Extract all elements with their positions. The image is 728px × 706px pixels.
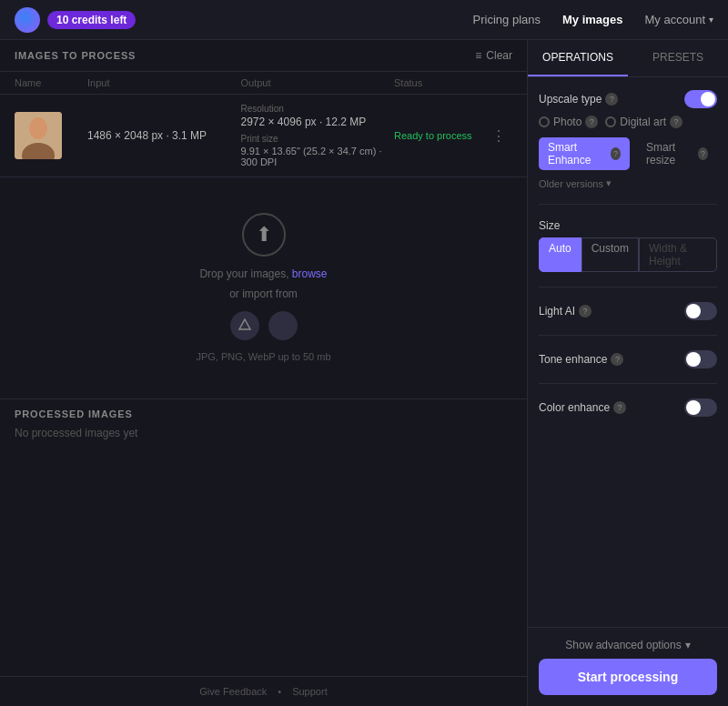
svg-marker-4 <box>279 320 287 326</box>
size-options: Auto Custom Width & Height <box>539 237 717 272</box>
smart-enhance-button[interactable]: Smart Enhance ? <box>539 137 630 170</box>
clear-button[interactable]: ≡ Clear <box>475 49 512 62</box>
dropbox-icon[interactable] <box>268 311 298 340</box>
left-panel: IMAGES TO PROCESS ≡ Clear Name Input Out… <box>0 40 528 706</box>
google-drive-icon[interactable] <box>230 311 259 340</box>
type-photo-label: Photo <box>553 116 581 128</box>
type-digital-art[interactable]: Digital art ? <box>605 116 682 128</box>
pricing-plans-link[interactable]: Pricing plans <box>473 13 541 26</box>
tone-enhance-label: Tone enhance ? <box>539 353 623 366</box>
divider-1 <box>539 204 717 205</box>
app-logo <box>15 7 40 33</box>
color-enhance-info-icon[interactable]: ? <box>613 401 626 414</box>
file-hint: JPG, PNG, WebP up to 50 mb <box>196 351 330 362</box>
right-panel: OPERATIONS PRESETS Upscale type ? Photo <box>528 40 728 706</box>
older-versions-button[interactable]: Older versions ▾ <box>539 177 717 189</box>
smart-resize-info-icon[interactable]: ? <box>698 147 708 160</box>
size-label: Size <box>539 219 717 232</box>
table-header: Name Input Output Status <box>0 72 527 95</box>
col-output: Output <box>241 77 395 88</box>
light-ai-toggle[interactable] <box>684 302 717 320</box>
col-name: Name <box>15 77 87 88</box>
footer-links: Give Feedback • Support <box>0 676 527 706</box>
clear-icon: ≡ <box>475 49 481 62</box>
tone-enhance-info-icon[interactable]: ? <box>611 353 623 366</box>
divider-4 <box>539 383 717 384</box>
bottom-actions: Show advanced options ▾ Start processing <box>528 627 728 706</box>
light-ai-row: Light AI ? <box>539 302 717 320</box>
older-versions-chevron: ▾ <box>606 177 612 189</box>
operations-content: Upscale type ? Photo ? Digital art ? <box>528 77 728 627</box>
svg-marker-3 <box>239 319 250 329</box>
import-text: or import from <box>229 287 298 300</box>
upscale-toggle[interactable] <box>684 90 717 108</box>
divider-2 <box>539 287 717 287</box>
credits-badge[interactable]: 10 credits left <box>47 11 136 29</box>
start-processing-button[interactable]: Start processing <box>539 659 717 695</box>
tone-enhance-toggle[interactable] <box>684 350 717 368</box>
more-options-button[interactable]: ⋮ <box>485 127 512 145</box>
light-ai-info-icon[interactable]: ? <box>579 305 592 318</box>
light-ai-label: Light AI ? <box>539 305 592 318</box>
upscale-type-section: Upscale type ? Photo ? Digital art ? <box>539 90 717 189</box>
upload-icon: ⬆ <box>242 213 286 257</box>
tab-presets[interactable]: PRESETS <box>628 40 728 76</box>
size-section: Size Auto Custom Width & Height <box>539 219 717 272</box>
svg-point-1 <box>29 117 47 139</box>
processed-section: PROCESSED IMAGES No processed images yet <box>0 398 527 456</box>
divider-3 <box>539 335 717 336</box>
advanced-options-button[interactable]: Show advanced options ▾ <box>539 639 717 651</box>
import-icons <box>230 311 298 340</box>
my-images-link[interactable]: My images <box>562 13 622 26</box>
type-photo[interactable]: Photo ? <box>539 116 598 128</box>
processed-section-title: PROCESSED IMAGES <box>15 408 512 419</box>
type-options: Photo ? Digital art ? <box>539 116 717 128</box>
input-info: 1486 × 2048 px · 3.1 MP <box>87 129 241 142</box>
col-input: Input <box>87 77 241 88</box>
support-link[interactable]: Support <box>292 686 328 697</box>
image-thumbnail[interactable] <box>15 112 62 159</box>
size-dimensions-button[interactable]: Width & Height <box>639 237 717 272</box>
feedback-link[interactable]: Give Feedback <box>199 686 267 697</box>
col-status: Status <box>394 77 485 88</box>
digital-art-info-icon[interactable]: ? <box>670 116 682 128</box>
advanced-chevron-icon: ▾ <box>685 639 691 651</box>
table-row: 1486 × 2048 px · 3.1 MP Resolution 2972 … <box>0 95 527 177</box>
size-auto-button[interactable]: Auto <box>539 237 581 272</box>
footer-separator: • <box>278 686 281 697</box>
images-section-title: IMAGES TO PROCESS <box>15 50 136 61</box>
color-enhance-label: Color enhance ? <box>539 401 626 414</box>
color-enhance-row: Color enhance ? <box>539 398 717 417</box>
topnav-left: 10 credits left <box>15 7 136 33</box>
smart-resize-button[interactable]: Smart resize ? <box>637 137 717 170</box>
topnav: 10 credits left Pricing plans My images … <box>0 0 728 40</box>
browse-link[interactable]: browse <box>292 267 328 280</box>
no-processed-text: No processed images yet <box>15 419 512 447</box>
topnav-right: Pricing plans My images My account ▾ <box>473 13 713 26</box>
status-badge: Ready to process <box>394 130 485 141</box>
smart-enhance-info-icon[interactable]: ? <box>611 147 621 160</box>
account-button[interactable]: My account ▾ <box>645 13 713 26</box>
size-custom-button[interactable]: Custom <box>581 237 639 272</box>
color-enhance-toggle[interactable] <box>684 398 717 417</box>
chevron-down-icon: ▾ <box>709 15 713 25</box>
photo-info-icon[interactable]: ? <box>585 116 598 128</box>
enhance-options: Smart Enhance ? Smart resize ? <box>539 137 717 170</box>
type-digital-art-label: Digital art <box>620 116 666 128</box>
tone-enhance-row: Tone enhance ? <box>539 350 717 368</box>
drop-text: Drop your images, browse <box>199 267 327 280</box>
upscale-info-icon[interactable]: ? <box>605 93 618 106</box>
upscale-type-row: Upscale type ? <box>539 90 717 108</box>
drop-zone[interactable]: ⬆ Drop your images, browse or import fro… <box>0 177 527 398</box>
images-section-header: IMAGES TO PROCESS ≡ Clear <box>0 40 527 72</box>
main-layout: IMAGES TO PROCESS ≡ Clear Name Input Out… <box>0 40 728 706</box>
tab-operations[interactable]: OPERATIONS <box>528 40 628 76</box>
upscale-type-label: Upscale type ? <box>539 93 618 106</box>
panel-tabs: OPERATIONS PRESETS <box>528 40 728 77</box>
output-info: Resolution 2972 × 4096 px · 12.2 MP Prin… <box>241 104 395 167</box>
